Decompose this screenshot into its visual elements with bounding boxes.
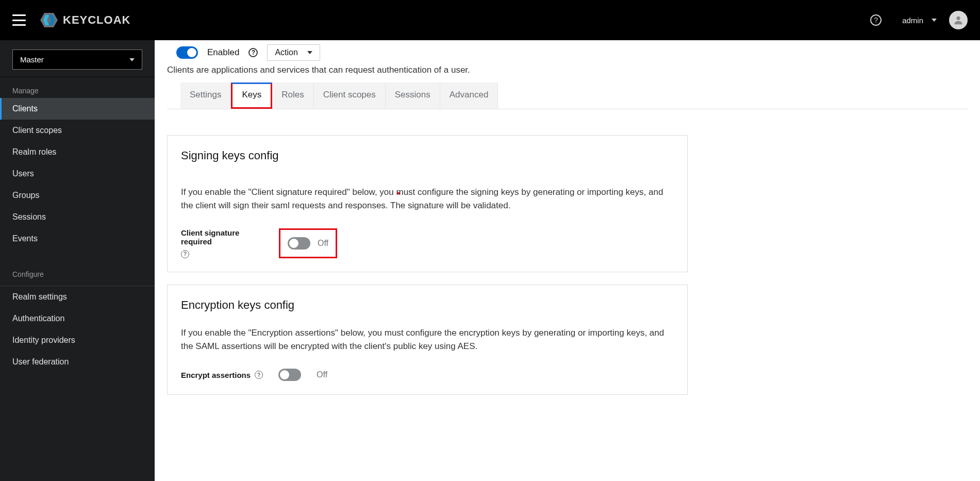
tab-client-scopes[interactable]: Client scopes bbox=[314, 82, 386, 109]
encrypt-assertions-toggle[interactable] bbox=[278, 369, 301, 381]
action-dropdown[interactable]: Action bbox=[267, 44, 320, 61]
realm-name: Master bbox=[20, 55, 44, 64]
brand-text: KEYCLOAK bbox=[63, 13, 130, 27]
enabled-toggle[interactable] bbox=[176, 46, 198, 59]
chevron-down-icon bbox=[932, 19, 937, 22]
annotation-highlight: Off bbox=[279, 228, 337, 258]
sidebar-group-configure: Configure bbox=[0, 261, 155, 281]
encryption-description: If you enable the "Encryption assertions… bbox=[181, 326, 674, 354]
sidebar-item-authentication[interactable]: Authentication bbox=[0, 308, 155, 329]
help-icon[interactable]: ? bbox=[255, 371, 263, 379]
sidebar-item-client-scopes[interactable]: Client scopes bbox=[0, 120, 155, 141]
help-icon[interactable]: ? bbox=[248, 48, 258, 57]
avatar[interactable] bbox=[949, 11, 968, 29]
tab-keys[interactable]: Keys bbox=[231, 82, 272, 109]
client-signature-required-label: Client signature required ? bbox=[181, 228, 263, 258]
sidebar-item-users[interactable]: Users bbox=[0, 163, 155, 185]
tab-advanced[interactable]: Advanced bbox=[440, 82, 499, 109]
chevron-down-icon bbox=[307, 51, 312, 54]
sidebar-item-sessions[interactable]: Sessions bbox=[0, 206, 155, 228]
help-icon[interactable]: ? bbox=[181, 250, 189, 258]
tab-settings[interactable]: Settings bbox=[180, 82, 231, 109]
hamburger-icon[interactable] bbox=[12, 14, 26, 26]
toggle-state-label: Off bbox=[317, 370, 327, 379]
action-label: Action bbox=[275, 48, 297, 57]
sidebar-item-user-federation[interactable]: User federation bbox=[0, 351, 155, 373]
realm-selector[interactable]: Master bbox=[12, 49, 142, 70]
sidebar: Master Manage ClientsClient scopesRealm … bbox=[0, 40, 155, 481]
client-signature-toggle[interactable] bbox=[288, 237, 310, 250]
main-content: Enabled ? Action Clients are application… bbox=[155, 40, 980, 481]
sidebar-item-realm-settings[interactable]: Realm settings bbox=[0, 286, 155, 308]
sidebar-item-events[interactable]: Events bbox=[0, 228, 155, 250]
sidebar-item-identity-providers[interactable]: Identity providers bbox=[0, 329, 155, 351]
help-icon[interactable]: ? bbox=[870, 14, 882, 26]
sidebar-item-clients[interactable]: Clients bbox=[0, 98, 155, 120]
user-name: admin bbox=[902, 16, 923, 25]
encrypt-assertions-label: Encrypt assertions ? bbox=[181, 371, 263, 379]
topbar: KEYCLOAK ? admin bbox=[0, 0, 980, 40]
enabled-label: Enabled bbox=[207, 47, 239, 58]
sidebar-item-groups[interactable]: Groups bbox=[0, 185, 155, 206]
svg-point-3 bbox=[956, 16, 960, 20]
brand-logo[interactable]: KEYCLOAK bbox=[40, 13, 130, 27]
signing-keys-panel: Signing keys config If you enable the "C… bbox=[167, 135, 688, 272]
toggle-state-label: Off bbox=[318, 239, 328, 248]
clients-description: Clients are applications and services th… bbox=[167, 65, 968, 82]
chevron-down-icon bbox=[129, 58, 135, 61]
tab-roles[interactable]: Roles bbox=[272, 82, 313, 109]
tab-sessions[interactable]: Sessions bbox=[386, 82, 440, 109]
tabs: SettingsKeysRolesClient scopesSessionsAd… bbox=[180, 82, 498, 109]
sidebar-group-manage: Manage bbox=[0, 77, 155, 98]
client-header: Enabled ? Action bbox=[167, 40, 968, 65]
encryption-title: Encryption keys config bbox=[181, 298, 674, 312]
sidebar-item-realm-roles[interactable]: Realm roles bbox=[0, 141, 155, 163]
signing-description: If you enable the "Client signature requ… bbox=[181, 186, 674, 213]
encryption-keys-panel: Encryption keys config If you enable the… bbox=[167, 285, 688, 395]
svg-marker-0 bbox=[40, 13, 58, 27]
signing-title: Signing keys config bbox=[181, 149, 674, 162]
user-menu[interactable]: admin bbox=[902, 16, 937, 25]
